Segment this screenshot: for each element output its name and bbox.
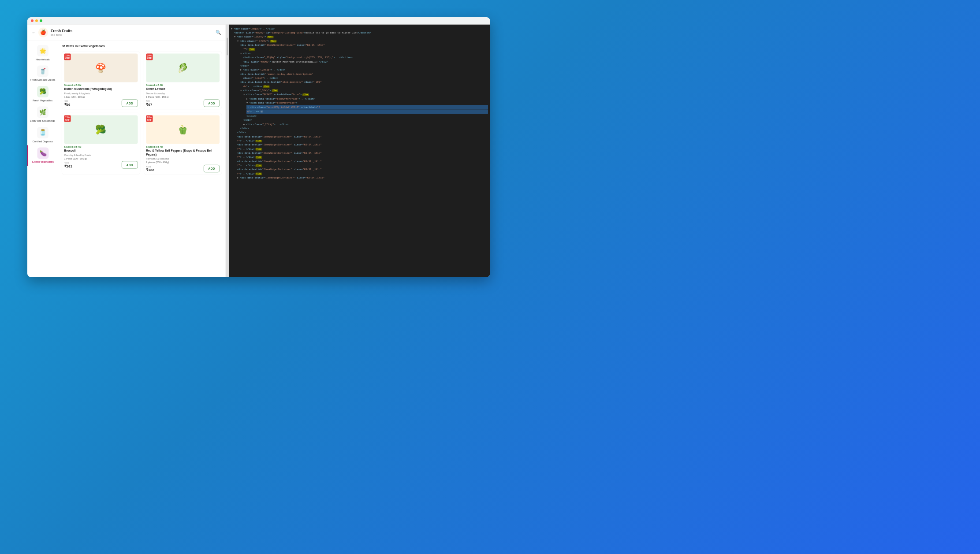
sidebar-item-leafy[interactable]: 🌿 Leafy and Seasonings xyxy=(27,104,58,124)
product-desc: Crunchy & healthy florets xyxy=(64,153,138,156)
app-main: 🌟 New Arrivals 🥤 Fresh Cuts and Juices 🥦… xyxy=(27,41,226,277)
product-desc: Fresh, meaty & hygienic xyxy=(64,92,138,94)
back-button[interactable]: ← xyxy=(32,30,36,35)
exotic-label: Exotic Vegetables xyxy=(32,160,54,163)
new-arrivals-icon: 🌟 xyxy=(37,45,48,56)
sidebar-item-fresh-cuts[interactable]: 🥤 Fresh Cuts and Juices xyxy=(27,63,58,83)
product-name: Button Mushroom (Puttagodugulu) xyxy=(64,87,138,91)
current-price: ₹66 xyxy=(64,102,70,106)
sourced-tag: Sourced at 5 AM xyxy=(146,84,220,86)
exotic-icon: 🍆 xyxy=(37,147,48,159)
sidebar-item-new-arrivals[interactable]: 🌟 New Arrivals xyxy=(27,43,58,63)
sidebar-item-fresh-veg[interactable]: 🥦 Fresh Vegetables xyxy=(27,83,58,104)
original-price: ₹221 xyxy=(64,161,72,164)
app-header: ← 🍎 Fresh Fruits 557 items 🔍 xyxy=(27,24,226,41)
discount-badge: 15%OFF xyxy=(64,115,71,122)
add-button[interactable]: ADD xyxy=(122,161,138,168)
current-price: ₹67 xyxy=(146,102,152,106)
product-card: 20%OFF 🥬 Sourced at 5 AM Green Lettuce T… xyxy=(143,51,222,109)
new-arrivals-label: New Arrivals xyxy=(35,58,49,61)
price-row: ₹84 ₹67 ADD xyxy=(146,99,220,107)
browser-content: ← 🍎 Fresh Fruits 557 items 🔍 🌟 New Ar xyxy=(27,24,490,277)
original-price: ₹84 xyxy=(146,100,152,102)
fresh-veg-label: Fresh Vegetables xyxy=(33,98,52,101)
app-panel: ← 🍎 Fresh Fruits 557 items 🔍 🌟 New Ar xyxy=(27,24,226,277)
product-image: 🥦 xyxy=(64,115,138,144)
product-area: 36 Items in Exotic Vegetables 15%OFF 🍄 S… xyxy=(58,41,226,277)
page-title: Fresh Fruits xyxy=(51,29,213,33)
product-qty: 1 Piece (100 - 150 g) xyxy=(146,95,220,98)
product-qty: 1 box (180 - 200 g) xyxy=(64,95,138,98)
leafy-icon: 🌿 xyxy=(37,106,48,118)
search-button[interactable]: 🔍 xyxy=(216,30,221,35)
sourced-tag: Sourced at 5 AM xyxy=(64,84,138,86)
header-info: Fresh Fruits 557 items xyxy=(51,29,213,36)
price-block: ₹153 ₹122 xyxy=(146,165,154,171)
product-grid: 15%OFF 🍄 Sourced at 5 AM Button Mushroom… xyxy=(62,51,222,175)
price-block: ₹82 ₹66 xyxy=(64,100,70,106)
discount-badge: 15%OFF xyxy=(64,53,71,60)
product-card: 15%OFF 🥦 Sourced at 5 AM Broccoli Crunch… xyxy=(62,112,140,174)
fresh-veg-icon: 🥦 xyxy=(37,86,48,97)
devtools-panel: ▼ <div class="Xxq9S"> … </div><button cl… xyxy=(229,24,490,277)
product-name: Red & Yellow Bell Peppers (Erupu & Pasup… xyxy=(146,149,220,156)
product-name: Green Lettuce xyxy=(146,87,220,91)
product-card: 20%OFF 🫑 Sourced at 5 AM Red & Yellow Be… xyxy=(143,112,222,174)
discount-badge: 20%OFF xyxy=(146,115,153,122)
sourced-tag: Sourced at 5 AM xyxy=(64,145,138,148)
product-image: 🍄 xyxy=(64,53,138,82)
product-image: 🫑 xyxy=(146,115,220,144)
section-title: 36 Items in Exotic Vegetables xyxy=(62,44,222,48)
discount-badge: 20%OFF xyxy=(146,53,153,60)
item-count: 557 items xyxy=(51,33,213,36)
add-button[interactable]: ADD xyxy=(122,99,138,107)
minimize-dot[interactable] xyxy=(35,19,38,22)
category-icon: 🍎 xyxy=(38,27,48,37)
sidebar: 🌟 New Arrivals 🥤 Fresh Cuts and Juices 🥦… xyxy=(27,41,58,277)
product-image: 🥬 xyxy=(146,53,220,82)
price-row: ₹153 ₹122 ADD xyxy=(146,164,220,172)
maximize-dot[interactable] xyxy=(40,19,42,22)
scroll-divider xyxy=(226,24,229,277)
sourced-tag: Sourced at 5 AM xyxy=(146,145,220,148)
sidebar-item-certified[interactable]: 🫙 Certified Organics xyxy=(27,124,58,145)
product-desc: Flavourful & colourful xyxy=(146,157,220,160)
original-price: ₹82 xyxy=(64,100,70,102)
fresh-cuts-icon: 🥤 xyxy=(37,65,48,77)
product-card: 15%OFF 🍄 Sourced at 5 AM Button Mushroom… xyxy=(62,51,140,109)
sidebar-item-exotic[interactable]: 🍆 Exotic Vegetables xyxy=(27,145,58,165)
product-name: Broccoli xyxy=(64,149,138,152)
current-price: ₹122 xyxy=(146,167,154,172)
product-desc: Tender & crunchy xyxy=(146,92,220,94)
browser-window: ← 🍎 Fresh Fruits 557 items 🔍 🌟 New Ar xyxy=(27,17,490,277)
price-block: ₹84 ₹67 xyxy=(146,100,152,106)
product-qty: 1 Piece (200 - 350 g) xyxy=(64,157,138,160)
price-row: ₹221 ₹161 ADD xyxy=(64,161,138,168)
add-button[interactable]: ADD xyxy=(203,99,219,107)
certified-icon: 🫙 xyxy=(37,126,48,138)
close-dot[interactable] xyxy=(31,19,34,22)
price-row: ₹82 ₹66 ADD xyxy=(64,99,138,107)
scrollbar-thumb[interactable] xyxy=(227,37,227,55)
original-price: ₹153 xyxy=(146,165,154,167)
add-button[interactable]: ADD xyxy=(203,164,219,172)
price-block: ₹221 ₹161 xyxy=(64,161,72,168)
leafy-label: Leafy and Seasonings xyxy=(30,119,55,122)
certified-label: Certified Organics xyxy=(32,139,52,142)
fresh-cuts-label: Fresh Cuts and Juices xyxy=(30,78,55,81)
current-price: ₹161 xyxy=(64,164,72,168)
devtools-content: ▼ <div class="Xxq9S"> … </div><button cl… xyxy=(231,26,488,180)
browser-chrome xyxy=(27,17,490,25)
product-qty: 2 pieces (250 - 400g) xyxy=(146,160,220,163)
